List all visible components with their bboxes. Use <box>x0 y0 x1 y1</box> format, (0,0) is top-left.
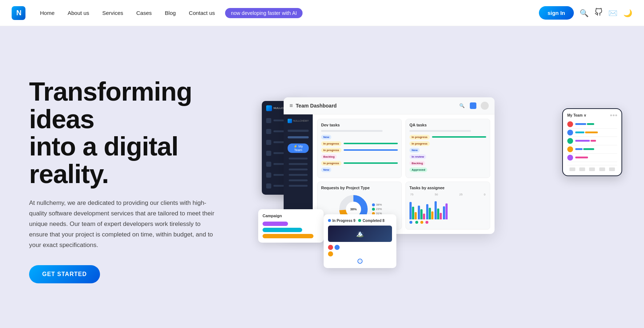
mini-bar-7 <box>426 204 428 219</box>
mobile-user-3 <box>567 137 617 145</box>
bar-group-4 <box>435 201 442 219</box>
mini-bar-12 <box>440 213 442 219</box>
nav-right: sign In 🔍 ✉️ 🌙 <box>539 6 632 20</box>
qa-tag-6: Approved <box>409 167 427 172</box>
hero-dashboard: NULLCHEMY <box>262 90 615 272</box>
mobile-footer <box>567 165 617 171</box>
qa-tag-1: In progress <box>409 135 430 139</box>
nav-blog[interactable]: Blog <box>159 7 181 19</box>
nav-contact[interactable]: Contact us <box>183 7 221 19</box>
logo[interactable]: N <box>12 6 25 20</box>
nav-ai-badge: now developing faster with AI <box>225 8 303 18</box>
mini-bar-11 <box>437 208 439 219</box>
dash-sidebar-home <box>288 130 309 132</box>
sidebar-icon-3 <box>266 140 271 145</box>
qa-bar-1 <box>432 136 486 138</box>
nav-home[interactable]: Home <box>34 7 60 19</box>
m-bar-2 <box>587 123 594 125</box>
avatar-2 <box>335 245 340 250</box>
dev-task-4: Backlog <box>321 154 398 159</box>
dash-sidebar-i6 <box>289 185 307 187</box>
m-avatar-4 <box>567 146 573 152</box>
assignee-title: Tasks by assignee <box>409 186 486 190</box>
avatar-header <box>481 102 489 110</box>
get-started-button[interactable]: GET STARTED <box>29 265 100 283</box>
tag-new-1: New <box>321 135 331 139</box>
m-bar-6 <box>591 140 596 142</box>
campaign-title: Campaign <box>263 214 319 218</box>
mobile-user-5 <box>567 154 617 162</box>
dashboard-title: Team Dashboard <box>296 103 337 109</box>
hero-title: Transforming ideas into a digital realit… <box>29 78 247 188</box>
bar-2 <box>344 149 398 151</box>
m-bar-5 <box>575 140 590 142</box>
m-footer-icon-5 <box>609 167 615 171</box>
sidebar-icon-5 <box>266 162 271 167</box>
campaign-bar-3 <box>263 234 313 238</box>
progress-dot-green <box>358 219 361 222</box>
mini-bar-8 <box>429 208 431 219</box>
campaign-bar-2 <box>263 228 302 232</box>
nav-links: Home About us Services Cases Blog Contac… <box>34 7 539 19</box>
mail-icon[interactable]: ✉️ <box>608 9 617 17</box>
dev-task-6: New <box>321 167 398 172</box>
github-icon[interactable] <box>595 8 603 18</box>
m-footer-icon-3 <box>589 167 595 171</box>
mobile-title: My Team ∨ <box>567 113 586 117</box>
mini-bar-13 <box>443 206 445 219</box>
mobile-users <box>567 120 617 162</box>
hero-section: Transforming ideas into a digital realit… <box>0 26 644 328</box>
dash-sidebar-i2 <box>289 163 307 165</box>
m-footer-icon-2 <box>579 167 585 171</box>
qa-task-2: In progress <box>409 141 486 146</box>
avatar-1 <box>328 245 333 250</box>
hero-description: At nullchemy, we are dedicated to provid… <box>29 198 218 250</box>
assignee-chart <box>409 198 486 219</box>
theme-icon[interactable]: 🌙 <box>623 9 632 17</box>
mini-bar-1 <box>409 202 412 219</box>
qa-header-line <box>409 130 471 132</box>
dash-sidebar-i1 <box>289 158 307 159</box>
bar-group-1 <box>409 202 417 219</box>
dev-task-2: In progress <box>321 141 398 146</box>
bar-group-2 <box>418 206 425 219</box>
m-avatar-5 <box>567 155 573 161</box>
qa-tag-5: Backlog <box>409 161 425 166</box>
tag-inprogress-3: In progress <box>321 161 341 166</box>
m-bar-8 <box>583 148 594 150</box>
mobile-dot-2 <box>613 114 615 116</box>
m-avatar-1 <box>567 121 573 127</box>
search-icon[interactable]: 🔍 <box>580 9 589 17</box>
logo-icon: N <box>12 6 25 20</box>
sign-in-button[interactable]: sign In <box>539 6 574 20</box>
nav-cases[interactable]: Cases <box>131 7 158 19</box>
m-bar-group-2 <box>575 131 617 133</box>
requests-title: Requests by Project Type <box>321 186 398 190</box>
menu-icon: ≡ <box>289 102 293 109</box>
nav-about[interactable]: About us <box>62 7 95 19</box>
dash-sidebar-i5 <box>289 179 307 181</box>
sidebar-icon-7 <box>266 183 271 189</box>
nav-services[interactable]: Services <box>96 7 129 19</box>
mini-bar-3 <box>415 212 417 219</box>
m-avatar-2 <box>567 130 573 135</box>
progress-header: In Progress 9 Completed 8 <box>328 219 392 223</box>
qa-task-6: Approved <box>409 167 486 172</box>
mobile-dot-1 <box>610 114 612 116</box>
campaign-card: Campaign <box>258 209 324 243</box>
bar-1 <box>344 143 398 144</box>
dashboard-header: ≡ Team Dashboard 🔍 <box>284 97 495 114</box>
mini-bar-14 <box>445 203 448 219</box>
campaign-bars <box>263 222 319 238</box>
bar-group-3 <box>426 204 433 219</box>
avatar-row-1 <box>328 245 392 250</box>
svg-text:38%: 38% <box>350 207 357 211</box>
project-image: 🏔️ <box>328 226 392 242</box>
add-icon-dash <box>470 102 476 109</box>
dev-tasks-title: Dev tasks <box>321 123 398 127</box>
m-bar-3 <box>575 131 584 133</box>
assignee-card: Tasks by assignee 7550250 <box>405 182 490 230</box>
tag-inprogress-1: In progress <box>321 141 341 146</box>
avatar-3 <box>328 251 333 256</box>
qa-task-4: In review <box>409 154 486 159</box>
